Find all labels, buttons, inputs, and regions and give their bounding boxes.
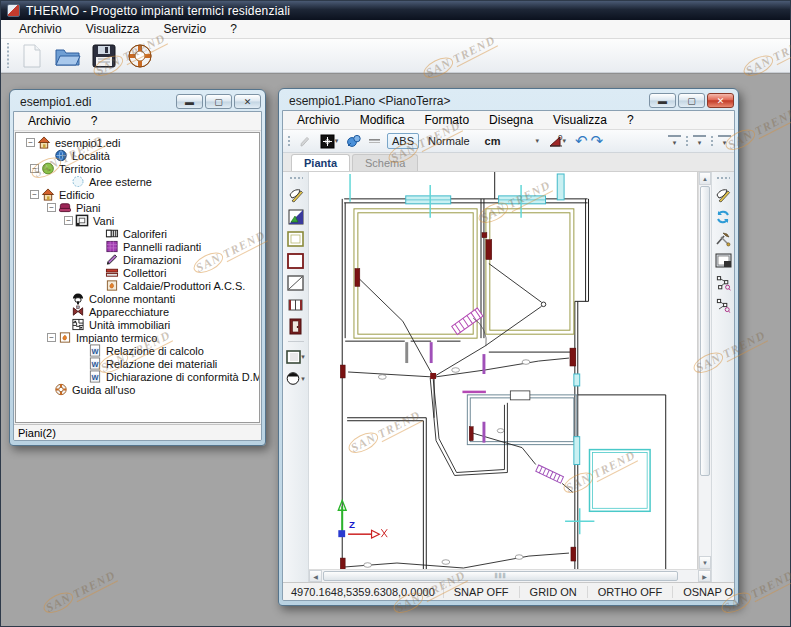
menu-archivio[interactable]: Archivio	[7, 20, 74, 38]
minimize-button[interactable]: ▬	[649, 93, 676, 108]
tree-item-caldaie[interactable]: Caldaie/Produttori A.C.S.	[18, 279, 259, 292]
toolbar-grip[interactable]	[710, 134, 714, 148]
open-file-button[interactable]	[53, 42, 83, 70]
osnap-toggle[interactable]: OSNAP OFF	[672, 586, 735, 598]
tab-pianta[interactable]: Pianta	[291, 154, 350, 171]
snap-spheres-button[interactable]	[345, 133, 363, 150]
tree-item-project[interactable]: − esempio1.edi	[18, 136, 259, 149]
tree-item-dichiarazione[interactable]: W Dichiarazione di conformità D.M. 37/08	[18, 370, 259, 383]
horizontal-scroll-thumb[interactable]: ⦀⦀⦀	[323, 571, 678, 581]
room-maroon-button[interactable]	[286, 251, 306, 270]
menu-help[interactable]: ?	[617, 111, 644, 129]
vertical-scroll-thumb[interactable]	[700, 186, 710, 476]
scroll-up-icon[interactable]: ▲	[699, 172, 711, 185]
drawing-canvas[interactable]: Z	[309, 172, 698, 569]
unit-combo-caret-icon[interactable]: ▾	[536, 137, 540, 145]
snap-toggle[interactable]: SNAP OFF	[443, 586, 519, 598]
refresh-button[interactable]	[713, 207, 733, 226]
menu-help[interactable]: ?	[81, 112, 108, 130]
tree-item-aree-esterne[interactable]: Aree esterne	[18, 175, 259, 188]
vertical-scrollbar[interactable]: ▲ ▼	[698, 172, 711, 569]
line-style-combo[interactable]: Normale	[422, 135, 476, 147]
toolbar-grip[interactable]	[287, 134, 291, 148]
toolbar-grip[interactable]	[289, 176, 303, 180]
collapse-icon[interactable]: −	[47, 203, 56, 212]
tree-item-diramazioni[interactable]: Diramazioni	[18, 253, 259, 266]
toolbar-overflow-button[interactable]: ▾	[693, 135, 706, 150]
horizontal-scrollbar[interactable]: ◀ ⦀⦀⦀ ▶	[309, 569, 711, 582]
door-tool-button[interactable]	[286, 317, 306, 336]
tab-schema[interactable]: Schema	[352, 154, 418, 171]
room-diagonal-button[interactable]	[286, 273, 306, 292]
plan-window-titlebar[interactable]: esempio1.Piano <PianoTerra> ▬ ▢ ✕	[279, 89, 738, 110]
scroll-left-icon[interactable]: ◀	[309, 570, 322, 582]
tree-item-territorio[interactable]: − Territorio	[18, 162, 259, 175]
window-tool-button[interactable]	[286, 295, 306, 314]
toolbar-grip[interactable]	[716, 176, 730, 180]
toolbar-grip[interactable]	[685, 134, 689, 148]
layer-fill-button[interactable]	[286, 207, 306, 226]
unit-combo[interactable]: cm	[479, 135, 507, 147]
minimize-button[interactable]: ▬	[176, 94, 203, 109]
layer-angle-button[interactable]: 0 ▾	[542, 133, 572, 150]
menu-visualizza[interactable]: Visualizza	[74, 20, 152, 38]
menu-modifica[interactable]: Modifica	[350, 111, 415, 129]
close-button[interactable]: ✕	[707, 93, 734, 108]
redo-button[interactable]: ↷	[591, 134, 604, 148]
undo-button[interactable]: ↶	[575, 134, 588, 148]
tree-item-unita[interactable]: Unità immobiliari	[18, 318, 259, 331]
tools-button[interactable]	[713, 229, 733, 248]
ortho-toggle[interactable]: ORTHO OFF	[587, 586, 673, 598]
menu-archivio[interactable]: Archivio	[287, 111, 350, 129]
person-button[interactable]: ▾	[283, 369, 309, 388]
close-button[interactable]: ✕	[234, 94, 261, 109]
grid-toggle[interactable]: GRID ON	[519, 586, 587, 598]
edit-pencil-button[interactable]	[286, 185, 306, 204]
tree-item-relazione-materiali[interactable]: W Relazione dei materiali	[18, 357, 259, 370]
tree-item-collettori[interactable]: Collettori	[18, 266, 259, 279]
tree-item-vani[interactable]: − Vani	[18, 214, 259, 227]
maximize-button[interactable]: ▢	[678, 93, 705, 108]
node-link-button[interactable]	[713, 273, 733, 292]
scroll-down-icon[interactable]: ▼	[699, 556, 711, 569]
tree-item-piani[interactable]: − Piani	[18, 201, 259, 214]
collapse-icon[interactable]: −	[30, 164, 39, 173]
tree-item-colonne[interactable]: Colonne montanti	[18, 292, 259, 305]
menu-visualizza[interactable]: Visualizza	[543, 111, 617, 129]
room-olive-button[interactable]	[286, 229, 306, 248]
collapse-icon[interactable]: −	[26, 138, 35, 147]
tree-item-caloriferi[interactable]: Caloriferi	[18, 227, 259, 240]
save-button[interactable]	[89, 42, 119, 70]
menu-servizio[interactable]: Servizio	[152, 20, 219, 38]
tree-window-titlebar[interactable]: esempio1.edi ▬ ▢ ✕	[10, 90, 265, 111]
node-link2-button[interactable]	[713, 295, 733, 314]
toolbar-overflow-button[interactable]: ▾	[668, 135, 681, 150]
tree-item-pannelli[interactable]: Pannelli radianti	[18, 240, 259, 253]
collapse-icon[interactable]: −	[30, 190, 39, 199]
edit-pencil-button[interactable]	[713, 185, 733, 204]
menu-help[interactable]: ?	[218, 20, 249, 38]
collapse-icon[interactable]: −	[47, 333, 56, 342]
generic-room-button[interactable]: ▾	[283, 347, 309, 366]
tree-item-relazione-calcolo[interactable]: W Relazione di calcolo	[18, 344, 259, 357]
pointer-pen-button[interactable]	[295, 133, 313, 150]
tree-item-apparecchiature[interactable]: Apparecchiature	[18, 305, 259, 318]
dash-button[interactable]	[366, 133, 384, 150]
tree-item-localita[interactable]: Località	[18, 149, 259, 162]
capture-window-button[interactable]	[713, 251, 733, 270]
crosshair-box-button[interactable]: ▾	[316, 133, 342, 150]
menu-formato[interactable]: Formato	[414, 111, 479, 129]
toolbar-grip[interactable]	[6, 43, 10, 68]
toolbar-overflow-button[interactable]: ▾	[718, 135, 731, 150]
menu-disegna[interactable]: Disegna	[479, 111, 543, 129]
maximize-button[interactable]: ▢	[205, 94, 232, 109]
tree-item-impianto[interactable]: − Impianto termico	[18, 331, 259, 344]
abs-toggle-button[interactable]: ABS	[387, 133, 419, 149]
help-button[interactable]	[125, 42, 155, 70]
tree-item-edificio[interactable]: − Edificio	[18, 188, 259, 201]
tree-item-guida[interactable]: Guida all'uso	[18, 383, 259, 396]
scroll-right-icon[interactable]: ▶	[698, 570, 711, 582]
new-document-button[interactable]	[17, 42, 47, 70]
collapse-icon[interactable]: −	[64, 216, 73, 225]
menu-archivio[interactable]: Archivio	[18, 112, 81, 130]
